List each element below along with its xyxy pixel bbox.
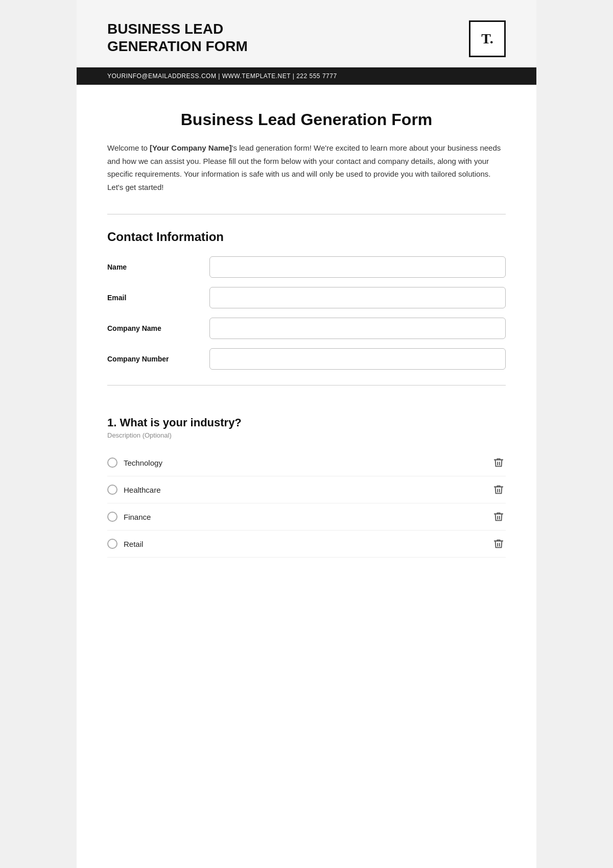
company-number-input[interactable] (209, 348, 506, 370)
option-technology: Technology (107, 449, 506, 476)
radio-left-healthcare: Healthcare (107, 485, 161, 495)
option-finance: Finance (107, 503, 506, 531)
email-label: Email (107, 294, 209, 302)
email-field-row: Email (107, 287, 506, 308)
label-retail: Retail (124, 540, 143, 548)
company-name-label: Company Name (107, 324, 209, 332)
divider-2 (107, 385, 506, 385)
form-main-title: Business Lead Generation Form (107, 110, 506, 129)
contact-section: Contact Information Name Email Company N… (107, 230, 506, 370)
label-healthcare: Healthcare (124, 486, 161, 494)
radio-left-finance: Finance (107, 512, 151, 522)
main-content: Business Lead Generation Form Welcome to… (77, 85, 536, 578)
company-number-label: Company Number (107, 355, 209, 363)
name-label: Name (107, 263, 209, 271)
label-finance: Finance (124, 513, 151, 521)
header-top: BUSINESS LEAD GENERATION FORM T. (77, 0, 536, 67)
delete-retail-icon[interactable] (491, 537, 506, 551)
contact-section-title: Contact Information (107, 230, 506, 244)
page-title: BUSINESS LEAD GENERATION FORM (107, 20, 248, 55)
radio-retail[interactable] (107, 539, 117, 549)
radio-technology[interactable] (107, 457, 117, 468)
name-input[interactable] (209, 256, 506, 278)
delete-finance-icon[interactable] (491, 510, 506, 524)
intro-company: [Your Company Name] (150, 143, 232, 152)
contact-info: YOURINFO@EMAILADDRESS.COM | WWW.TEMPLATE… (107, 73, 337, 80)
company-number-field-row: Company Number (107, 348, 506, 370)
option-retail: Retail (107, 531, 506, 558)
title-line2: GENERATION FORM (107, 38, 248, 54)
radio-left-technology: Technology (107, 457, 162, 468)
company-name-input[interactable] (209, 318, 506, 339)
intro-before: Welcome to (107, 143, 150, 152)
email-input[interactable] (209, 287, 506, 308)
question-1-title: 1. What is your industry? (107, 416, 506, 429)
name-field-row: Name (107, 256, 506, 278)
info-bar: YOURINFO@EMAILADDRESS.COM | WWW.TEMPLATE… (77, 67, 536, 85)
question-1-description: Description (Optional) (107, 431, 506, 439)
title-line1: BUSINESS LEAD (107, 21, 223, 37)
company-name-field-row: Company Name (107, 318, 506, 339)
page: BUSINESS LEAD GENERATION FORM T. YOURINF… (77, 0, 536, 868)
radio-healthcare[interactable] (107, 485, 117, 495)
radio-left-retail: Retail (107, 539, 143, 549)
divider-1 (107, 214, 506, 214)
delete-technology-icon[interactable] (491, 455, 506, 470)
logo-text: T. (481, 31, 493, 47)
option-healthcare: Healthcare (107, 476, 506, 503)
industry-question-section: 1. What is your industry? Description (O… (107, 401, 506, 558)
radio-finance[interactable] (107, 512, 117, 522)
delete-healthcare-icon[interactable] (491, 483, 506, 497)
label-technology: Technology (124, 459, 162, 467)
logo-box: T. (469, 20, 506, 57)
intro-paragraph: Welcome to [Your Company Name]'s lead ge… (107, 141, 506, 194)
